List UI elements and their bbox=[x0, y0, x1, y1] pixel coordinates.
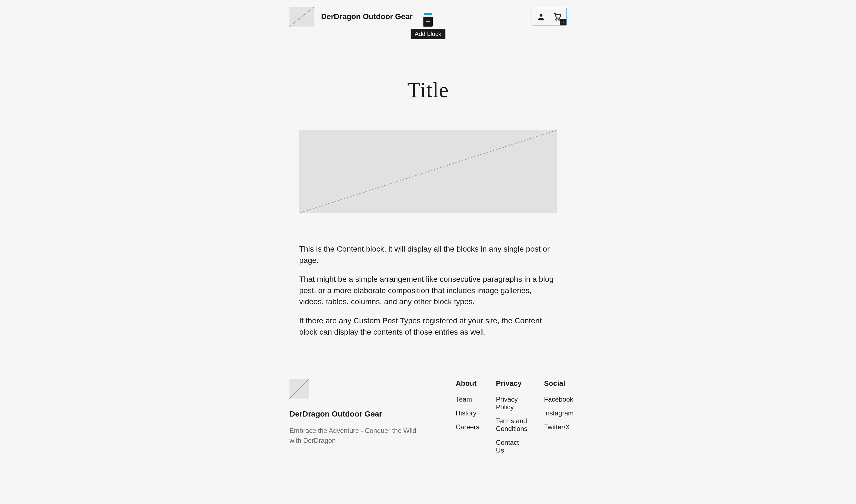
svg-point-1 bbox=[556, 19, 557, 20]
content-paragraph[interactable]: That might be a simple arrangement like … bbox=[299, 274, 557, 307]
plus-icon bbox=[561, 20, 565, 24]
insertion-caret[interactable] bbox=[424, 13, 432, 15]
footer-link[interactable]: Terms and Conditions bbox=[496, 417, 527, 433]
add-block-button[interactable] bbox=[423, 17, 433, 26]
footer-link[interactable]: History bbox=[456, 409, 479, 417]
page-main: Title This is the Content block, it will… bbox=[299, 77, 557, 338]
footer-link[interactable]: Privacy Policy bbox=[496, 396, 527, 411]
add-block-tooltip: Add block bbox=[411, 29, 446, 39]
footer-heading: Social bbox=[544, 379, 574, 388]
footer-link[interactable]: Instagram bbox=[544, 409, 574, 417]
header-actions-group[interactable] bbox=[531, 8, 566, 25]
footer-logo-placeholder[interactable] bbox=[290, 379, 309, 399]
featured-image-placeholder[interactable] bbox=[299, 130, 557, 213]
plus-icon bbox=[425, 19, 431, 24]
site-logo-placeholder[interactable] bbox=[290, 7, 314, 26]
svg-point-0 bbox=[540, 14, 543, 17]
content-paragraph[interactable]: If there are any Custom Post Types regis… bbox=[299, 315, 557, 338]
append-block-button[interactable] bbox=[560, 19, 566, 25]
footer-columns: About Team History Careers Privacy Priva… bbox=[456, 379, 573, 460]
site-header: DerDragon Outdoor Gear Add block bbox=[162, 0, 694, 33]
content-block[interactable]: This is the Content block, it will displ… bbox=[299, 244, 557, 338]
user-icon bbox=[537, 12, 545, 21]
content-paragraph[interactable]: This is the Content block, it will displ… bbox=[299, 244, 557, 266]
site-footer: DerDragon Outdoor Gear Embrace the Adven… bbox=[162, 379, 694, 460]
brand: DerDragon Outdoor Gear bbox=[290, 7, 413, 26]
footer-heading: About bbox=[456, 379, 479, 388]
add-block-popover: Add block bbox=[411, 13, 446, 39]
footer-col-social: Social Facebook Instagram Twitter/X bbox=[544, 379, 574, 460]
site-title[interactable]: DerDragon Outdoor Gear bbox=[321, 12, 413, 21]
footer-col-privacy: Privacy Privacy Policy Terms and Conditi… bbox=[496, 379, 527, 460]
footer-link[interactable]: Contact Us bbox=[496, 439, 527, 454]
footer-col-about: About Team History Careers bbox=[456, 379, 479, 460]
page-title[interactable]: Title bbox=[299, 77, 557, 103]
footer-link[interactable]: Twitter/X bbox=[544, 423, 574, 431]
footer-heading: Privacy bbox=[496, 379, 527, 388]
footer-link[interactable]: Team bbox=[456, 396, 479, 403]
footer-link[interactable]: Careers bbox=[456, 423, 479, 431]
footer-tagline: Embrace the Adventure - Conquer the Wild… bbox=[290, 426, 422, 446]
footer-link[interactable]: Facebook bbox=[544, 396, 574, 403]
footer-site-title[interactable]: DerDragon Outdoor Gear bbox=[290, 410, 434, 418]
account-button[interactable] bbox=[535, 10, 548, 23]
